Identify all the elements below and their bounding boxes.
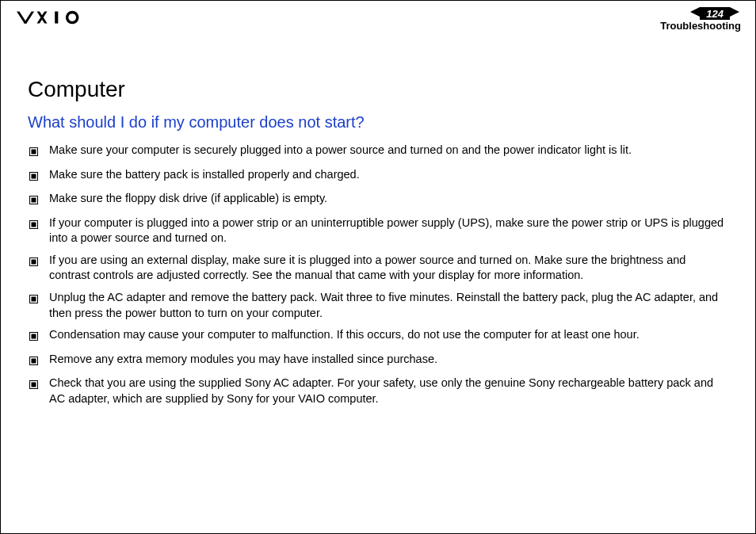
bullet-icon	[29, 145, 38, 161]
list-item: Unplug the AC adapter and remove the bat…	[28, 290, 728, 321]
list-item-text: If your computer is plugged into a power…	[49, 216, 728, 246]
svg-rect-8	[32, 198, 36, 203]
page-content: Computer What should I do if my computer…	[1, 36, 755, 406]
svg-marker-1	[690, 7, 700, 17]
svg-rect-20	[32, 383, 36, 387]
list-item: Condensation may cause your computer to …	[28, 327, 728, 345]
svg-rect-0	[55, 11, 58, 23]
section-label: Troubleshooting	[660, 20, 741, 32]
next-page-arrow-icon[interactable]	[730, 6, 741, 21]
svg-rect-18	[32, 358, 36, 363]
svg-rect-4	[32, 150, 36, 154]
list-item-text: Remove any extra memory modules you may …	[49, 352, 728, 368]
vaio-logo	[15, 9, 102, 29]
bullet-icon	[29, 292, 38, 308]
list-item-text: If you are using an external display, ma…	[49, 253, 728, 284]
bullet-icon	[29, 218, 38, 234]
bullet-icon	[29, 255, 38, 271]
svg-rect-16	[32, 334, 36, 339]
page-number-badge: 124	[700, 7, 730, 20]
svg-marker-2	[730, 7, 739, 17]
prev-page-arrow-icon[interactable]	[689, 6, 700, 21]
troubleshooting-list: Make sure your computer is securely plug…	[28, 143, 728, 406]
list-item: If you are using an external display, ma…	[28, 253, 728, 284]
svg-rect-10	[32, 222, 36, 227]
heading-question: What should I do if my computer does not…	[28, 113, 728, 132]
list-item-text: Condensation may cause your computer to …	[49, 327, 728, 343]
bullet-icon	[29, 330, 38, 345]
bullet-icon	[29, 378, 38, 394]
list-item-text: Check that you are using the supplied So…	[49, 376, 728, 406]
list-item: Make sure your computer is securely plug…	[28, 143, 728, 161]
list-item: Make sure the battery pack is installed …	[28, 167, 728, 185]
bullet-icon	[29, 170, 38, 185]
list-item-text: Make sure the floppy disk drive (if appl…	[49, 191, 728, 207]
page-header: 124 Troubleshooting	[1, 1, 755, 36]
list-item: Make sure the floppy disk drive (if appl…	[28, 191, 728, 209]
list-item: If your computer is plugged into a power…	[28, 216, 728, 246]
svg-rect-12	[32, 259, 36, 264]
page-indicator: 124	[689, 6, 741, 21]
list-item: Remove any extra memory modules you may …	[28, 352, 728, 370]
page-number: 124	[706, 8, 724, 20]
list-item-text: Make sure the battery pack is installed …	[49, 167, 728, 183]
heading-computer: Computer	[28, 77, 728, 102]
svg-rect-14	[32, 296, 36, 301]
svg-rect-6	[32, 174, 36, 178]
list-item-text: Unplug the AC adapter and remove the bat…	[49, 290, 728, 321]
list-item: Check that you are using the supplied So…	[28, 376, 728, 406]
bullet-icon	[29, 193, 38, 209]
document-page: 124 Troubleshooting Computer What should…	[0, 0, 756, 534]
list-item-text: Make sure your computer is securely plug…	[49, 143, 728, 158]
bullet-icon	[29, 354, 38, 370]
